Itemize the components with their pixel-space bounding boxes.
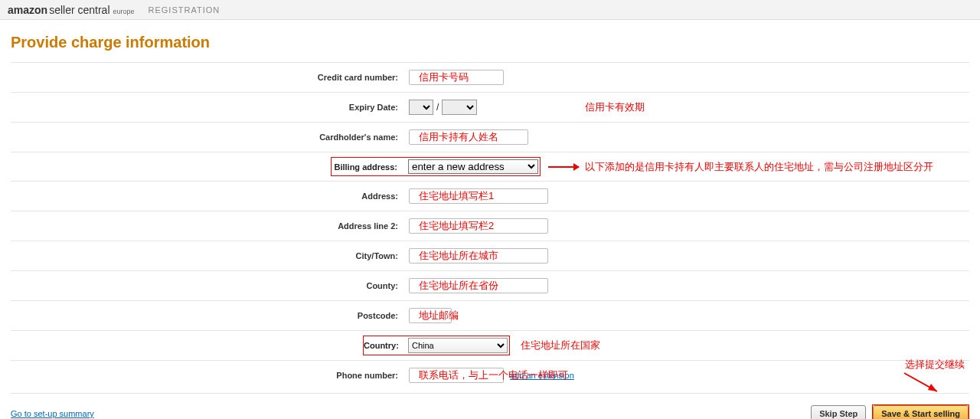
row-postcode: Postcode: 地址邮编	[11, 300, 969, 330]
save-start-selling-button[interactable]: Save & Start selling	[873, 405, 969, 419]
label-billing-address: Billing address:	[332, 162, 408, 172]
footer: Go to set-up summary Skip Step Save & St…	[11, 393, 969, 419]
county-input[interactable]	[409, 278, 548, 293]
brand-logo: amazon seller central europe	[8, 4, 135, 16]
row-billing-address: Billing address: enter a new address 以下添…	[11, 152, 969, 181]
annot-country: 住宅地址所在国家	[521, 339, 600, 352]
brand-seller-central: seller central	[49, 4, 109, 16]
page-title: Provide charge information	[11, 34, 969, 51]
add-extension-link[interactable]: add an extension	[510, 371, 574, 380]
address-input[interactable]	[409, 188, 548, 204]
expiry-year-select[interactable]	[442, 100, 477, 115]
row-address2: Address line 2: 住宅地址填写栏2	[11, 211, 969, 241]
setup-summary-link[interactable]: Go to set-up summary	[11, 409, 94, 418]
label-county: County:	[11, 281, 409, 290]
annot-expiry: 信用卡有效期	[585, 100, 645, 114]
svg-marker-1	[928, 384, 937, 391]
city-input[interactable]	[409, 248, 548, 264]
row-expiry: Expiry Date: / 信用卡有效期	[11, 92, 969, 122]
expiry-month-select[interactable]	[409, 100, 433, 115]
label-postcode: Postcode:	[11, 311, 409, 320]
address2-input[interactable]	[409, 218, 548, 234]
country-select[interactable]: China	[408, 338, 508, 353]
label-phone: Phone number:	[11, 371, 409, 380]
row-card-number: Credit card number: 信用卡号码	[11, 62, 969, 92]
card-number-input[interactable]	[409, 70, 504, 85]
annot-submit: 选择提交继续	[905, 358, 965, 372]
header-registration: REGISTRATION	[149, 5, 220, 15]
phone-input[interactable]	[409, 368, 504, 383]
label-cardholder: Cardholder's name:	[11, 133, 409, 142]
label-country: Country:	[364, 341, 408, 350]
label-city: City/Town:	[11, 251, 409, 260]
expiry-separator: /	[436, 102, 439, 113]
postcode-input[interactable]	[409, 308, 452, 323]
label-card-number: Credit card number:	[11, 73, 409, 82]
cardholder-input[interactable]	[409, 129, 528, 145]
save-button-highlight: Save & Start selling	[872, 404, 969, 419]
label-expiry: Expiry Date:	[11, 103, 409, 112]
row-city: City/Town: 住宅地址所在城市	[11, 241, 969, 270]
brand-amazon: amazon	[8, 4, 47, 16]
billing-address-select[interactable]: enter a new address	[408, 159, 538, 174]
page-body: Provide charge information Credit card n…	[0, 34, 980, 419]
top-bar: amazon seller central europe REGISTRATIO…	[0, 0, 980, 20]
row-cardholder: Cardholder's name: 信用卡持有人姓名	[11, 122, 969, 152]
skip-step-button[interactable]: Skip Step	[811, 405, 866, 419]
annot-billing: 以下添加的是信用卡持有人即主要联系人的住宅地址，需与公司注册地址区分开	[585, 160, 933, 174]
brand-region: europe	[113, 8, 135, 15]
row-country: Country: China 住宅地址所在国家	[11, 330, 969, 360]
label-address2: Address line 2:	[11, 221, 409, 231]
arrow-right-icon	[548, 166, 579, 168]
row-phone: Phone number: add an extension 联系电话，与上一个…	[11, 360, 969, 390]
row-county: County: 住宅地址所在省份	[11, 270, 969, 300]
row-address: Address: 住宅地址填写栏1	[11, 181, 969, 211]
label-address: Address:	[11, 191, 409, 201]
arrow-down-right-icon	[900, 372, 946, 398]
